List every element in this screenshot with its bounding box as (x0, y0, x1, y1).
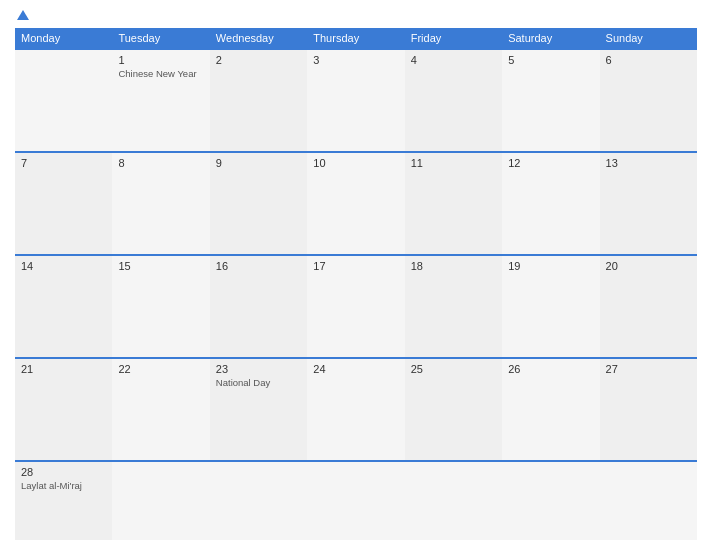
weekday-header-friday: Friday (405, 28, 502, 48)
cal-cell: 6 (600, 50, 697, 151)
day-number: 7 (21, 157, 106, 169)
weekday-header-thursday: Thursday (307, 28, 404, 48)
day-number: 17 (313, 260, 398, 272)
week-row-4: 212223National Day24252627 (15, 357, 697, 460)
day-number: 19 (508, 260, 593, 272)
cal-cell: 28Laylat al-Mi'raj (15, 462, 112, 540)
cal-cell (210, 462, 307, 540)
cal-cell: 8 (112, 153, 209, 254)
day-number: 9 (216, 157, 301, 169)
day-number: 13 (606, 157, 691, 169)
cal-cell: 7 (15, 153, 112, 254)
day-number: 4 (411, 54, 496, 66)
day-number: 18 (411, 260, 496, 272)
day-number: 8 (118, 157, 203, 169)
cal-cell: 14 (15, 256, 112, 357)
calendar: MondayTuesdayWednesdayThursdayFridaySatu… (15, 28, 697, 540)
weekday-header-wednesday: Wednesday (210, 28, 307, 48)
cal-cell (112, 462, 209, 540)
day-number: 26 (508, 363, 593, 375)
cal-cell: 17 (307, 256, 404, 357)
cal-cell (15, 50, 112, 151)
calendar-header: MondayTuesdayWednesdayThursdayFridaySatu… (15, 28, 697, 48)
cal-cell (405, 462, 502, 540)
cal-cell: 22 (112, 359, 209, 460)
day-number: 24 (313, 363, 398, 375)
cal-cell: 26 (502, 359, 599, 460)
cal-cell: 10 (307, 153, 404, 254)
day-number: 23 (216, 363, 301, 375)
cal-cell: 19 (502, 256, 599, 357)
week-row-5: 28Laylat al-Mi'raj (15, 460, 697, 540)
calendar-body: 1Chinese New Year23456789101112131415161… (15, 48, 697, 540)
cal-cell (600, 462, 697, 540)
week-row-2: 78910111213 (15, 151, 697, 254)
day-number: 21 (21, 363, 106, 375)
day-event: Laylat al-Mi'raj (21, 480, 106, 492)
day-number: 6 (606, 54, 691, 66)
cal-cell: 20 (600, 256, 697, 357)
day-number: 27 (606, 363, 691, 375)
cal-cell: 13 (600, 153, 697, 254)
day-number: 11 (411, 157, 496, 169)
day-number: 14 (21, 260, 106, 272)
cal-cell: 15 (112, 256, 209, 357)
cal-cell: 18 (405, 256, 502, 357)
day-number: 3 (313, 54, 398, 66)
week-row-3: 14151617181920 (15, 254, 697, 357)
cal-cell: 12 (502, 153, 599, 254)
weekday-header-tuesday: Tuesday (112, 28, 209, 48)
cal-cell: 16 (210, 256, 307, 357)
day-number: 25 (411, 363, 496, 375)
cal-cell: 21 (15, 359, 112, 460)
cal-cell: 23National Day (210, 359, 307, 460)
day-number: 5 (508, 54, 593, 66)
cal-cell: 27 (600, 359, 697, 460)
logo-triangle-icon (17, 10, 29, 20)
day-number: 2 (216, 54, 301, 66)
weekday-header-sunday: Sunday (600, 28, 697, 48)
day-event: Chinese New Year (118, 68, 203, 80)
week-row-1: 1Chinese New Year23456 (15, 48, 697, 151)
day-number: 20 (606, 260, 691, 272)
cal-cell: 25 (405, 359, 502, 460)
page-header (15, 10, 697, 20)
cal-cell: 2 (210, 50, 307, 151)
cal-cell: 24 (307, 359, 404, 460)
day-number: 28 (21, 466, 106, 478)
cal-cell: 3 (307, 50, 404, 151)
weekday-header-monday: Monday (15, 28, 112, 48)
logo (15, 10, 29, 20)
day-number: 12 (508, 157, 593, 169)
weekday-header-saturday: Saturday (502, 28, 599, 48)
day-number: 1 (118, 54, 203, 66)
day-number: 15 (118, 260, 203, 272)
cal-cell (502, 462, 599, 540)
cal-cell: 5 (502, 50, 599, 151)
cal-cell: 1Chinese New Year (112, 50, 209, 151)
day-event: National Day (216, 377, 301, 389)
cal-cell: 4 (405, 50, 502, 151)
cal-cell: 9 (210, 153, 307, 254)
cal-cell (307, 462, 404, 540)
day-number: 16 (216, 260, 301, 272)
day-number: 10 (313, 157, 398, 169)
cal-cell: 11 (405, 153, 502, 254)
calendar-page: MondayTuesdayWednesdayThursdayFridaySatu… (0, 0, 712, 550)
day-number: 22 (118, 363, 203, 375)
